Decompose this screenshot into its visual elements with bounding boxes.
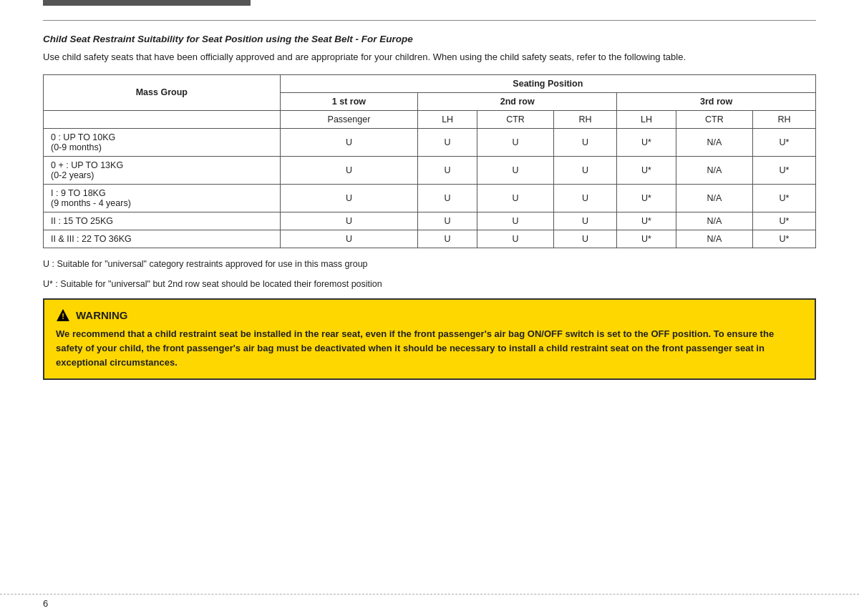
table-cell: U <box>554 156 617 184</box>
table-cell: U <box>477 128 554 156</box>
table-row: I : 9 TO 18KG (9 months - 4 years)UUUUU*… <box>44 184 816 212</box>
table-cell: U* <box>752 212 815 230</box>
seating-position-header: Seating Position <box>280 74 815 92</box>
table-cell: N/A <box>676 230 752 248</box>
table-cell: N/A <box>676 184 752 212</box>
table-cell: U <box>280 230 418 248</box>
col-header-ctr2: CTR <box>477 110 554 128</box>
table-cell: U* <box>617 230 676 248</box>
col-header-empty <box>44 110 281 128</box>
table-cell: U* <box>752 156 815 184</box>
warning-box: ! WARNING We recommend that a child rest… <box>43 298 816 380</box>
table-cell: N/A <box>676 128 752 156</box>
table-cell: U <box>477 156 554 184</box>
col-header-passenger: Passenger <box>280 110 418 128</box>
table-cell: U <box>280 128 418 156</box>
svg-text:!: ! <box>62 312 64 321</box>
row2-header: 2nd row <box>418 92 617 110</box>
table-cell: U <box>554 128 617 156</box>
note-1: U : Suitable for "universal" category re… <box>43 257 816 271</box>
mass-group-cell: II : 15 TO 25KG <box>44 212 281 230</box>
table-cell: U <box>418 128 477 156</box>
warning-title: ! WARNING <box>56 308 803 323</box>
col-header-rh2: RH <box>554 110 617 128</box>
table-cell: U* <box>617 184 676 212</box>
table-row: II & III : 22 TO 36KGUUUUU*N/AU* <box>44 230 816 248</box>
table-cell: U <box>554 184 617 212</box>
table-row: 0 : UP TO 10KG (0-9 months)UUUUU*N/AU* <box>44 128 816 156</box>
table-cell: U* <box>617 156 676 184</box>
top-line <box>43 20 816 21</box>
seat-table: Mass Group Seating Position 1 st row 2nd… <box>43 74 816 248</box>
table-cell: N/A <box>676 156 752 184</box>
table-cell: N/A <box>676 212 752 230</box>
page-number: 6 <box>43 598 48 609</box>
page-title: Child Seat Restraint Suitability for Sea… <box>43 34 816 44</box>
table-cell: U <box>418 230 477 248</box>
table-cell: U* <box>752 230 815 248</box>
table-cell: U* <box>617 212 676 230</box>
note-2: U* : Suitable for "universal" but 2nd ro… <box>43 277 816 291</box>
col-header-ctr3: CTR <box>676 110 752 128</box>
table-cell: U* <box>617 128 676 156</box>
table-cell: U <box>554 230 617 248</box>
table-cell: U* <box>752 184 815 212</box>
warning-triangle-icon: ! <box>56 308 70 323</box>
row3-header: 3rd row <box>617 92 816 110</box>
warning-label: WARNING <box>76 309 128 321</box>
top-bar <box>43 0 251 6</box>
table-cell: U <box>477 212 554 230</box>
row1-header: 1 st row <box>280 92 418 110</box>
table-cell: U <box>418 212 477 230</box>
col-header-rh3: RH <box>752 110 815 128</box>
mass-group-cell: 0 + : UP TO 13KG (0-2 years) <box>44 156 281 184</box>
table-row: 0 + : UP TO 13KG (0-2 years)UUUUU*N/AU* <box>44 156 816 184</box>
table-cell: U <box>477 230 554 248</box>
mass-group-header: Mass Group <box>44 74 281 110</box>
warning-body: We recommend that a child restraint seat… <box>56 327 803 370</box>
table-cell: U <box>280 156 418 184</box>
table-cell: U <box>280 184 418 212</box>
table-row: II : 15 TO 25KGUUUUU*N/AU* <box>44 212 816 230</box>
mass-group-cell: II & III : 22 TO 36KG <box>44 230 281 248</box>
table-cell: U <box>418 156 477 184</box>
page-container: Child Seat Restraint Suitability for Sea… <box>0 0 859 616</box>
col-header-lh3: LH <box>617 110 676 128</box>
mass-group-cell: 0 : UP TO 10KG (0-9 months) <box>44 128 281 156</box>
table-cell: U <box>477 184 554 212</box>
mass-group-cell: I : 9 TO 18KG (9 months - 4 years) <box>44 184 281 212</box>
col-header-lh2: LH <box>418 110 477 128</box>
table-cell: U <box>280 212 418 230</box>
intro-text: Use child safety seats that have been of… <box>43 50 816 64</box>
footer-line <box>0 594 859 595</box>
table-cell: U* <box>752 128 815 156</box>
table-cell: U <box>554 212 617 230</box>
table-cell: U <box>418 184 477 212</box>
